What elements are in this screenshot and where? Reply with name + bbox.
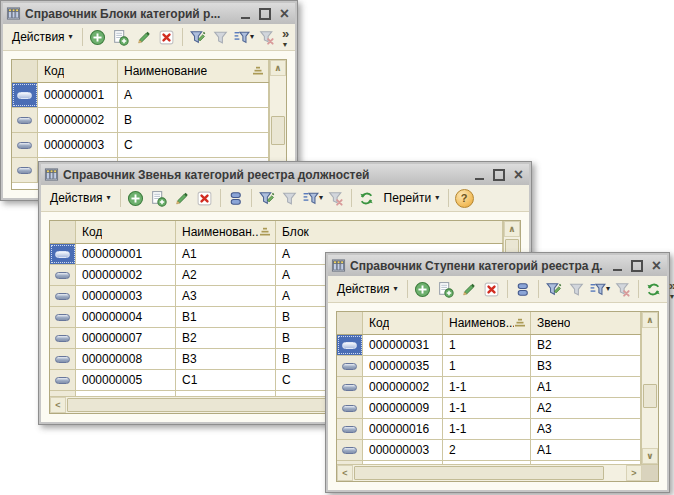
actions-menu-button[interactable]: Действия ▾	[45, 187, 116, 209]
refresh-button[interactable]	[643, 278, 665, 300]
toolbar-separator	[120, 189, 121, 207]
table-row[interactable]: 000000003C	[12, 133, 269, 158]
goto-menu-button[interactable]: Перейти ▾	[379, 187, 445, 209]
vertical-scrollbar[interactable]: ∧ ∨	[641, 312, 658, 464]
column-header[interactable]: Код	[76, 221, 176, 243]
chevron-down-icon: ▾	[107, 194, 111, 202]
sort-indicator-icon	[514, 318, 528, 328]
filter-history-button[interactable]: ▾	[589, 278, 611, 300]
table-row[interactable]: 0000000311B2	[337, 335, 641, 356]
table-row[interactable]: 0000000021-1A1	[337, 377, 641, 398]
item-marker-icon	[55, 314, 70, 321]
copy-button[interactable]	[110, 26, 132, 48]
actions-menu-button[interactable]: Действия ▾	[7, 26, 78, 48]
scrollbar-thumb[interactable]	[643, 384, 657, 408]
actions-label: Действия	[50, 191, 103, 205]
chevron-down-icon: ▾	[394, 285, 398, 293]
toolbar-overflow-button[interactable]: » ▼	[279, 26, 292, 49]
delete-mark-icon	[483, 281, 500, 298]
toolbar-overflow-button[interactable]: » ▼	[666, 278, 674, 301]
overflow-more-icon: ▼	[282, 41, 289, 48]
close-button[interactable]: ×	[652, 261, 661, 271]
table-row[interactable]: 0000000032A1	[337, 440, 641, 461]
edit-button[interactable]	[171, 187, 193, 209]
row-marker-cell	[12, 108, 38, 132]
cell: 1-1	[443, 398, 531, 418]
column-header[interactable]: Код	[38, 60, 118, 82]
item-marker-icon	[17, 167, 32, 174]
scrollbar-thumb[interactable]	[271, 116, 285, 145]
scrollbar-thumb[interactable]	[354, 466, 604, 480]
add-button[interactable]	[125, 187, 147, 209]
column-header[interactable]: Блок	[276, 221, 503, 243]
table-row[interactable]: 000000002B	[12, 108, 269, 133]
table-row[interactable]: 000000001A	[12, 83, 269, 108]
add-button[interactable]	[87, 26, 109, 48]
cell: 000000001	[38, 83, 118, 107]
scroll-up-arrow[interactable]: ∧	[270, 60, 286, 76]
scroll-right-arrow[interactable]: >	[626, 465, 642, 481]
chevron-down-icon: ▾	[435, 194, 439, 202]
row-marker-cell	[50, 265, 76, 285]
cell: 000000005	[76, 370, 176, 390]
copy-button[interactable]	[148, 187, 170, 209]
delete-button[interactable]	[481, 278, 503, 300]
clear-filter-button	[256, 26, 278, 48]
cell: A1	[531, 377, 641, 397]
edit-button[interactable]	[458, 278, 480, 300]
close-button[interactable]: ×	[514, 170, 523, 180]
table-row[interactable]: 0000000091-1A2	[337, 398, 641, 419]
hierarchy-view-button[interactable]	[512, 278, 534, 300]
minimize-button[interactable]	[613, 260, 622, 271]
minimize-button[interactable]	[241, 8, 250, 19]
edit-button[interactable]	[133, 26, 155, 48]
chevron-down-icon: ▾	[606, 285, 610, 293]
delete-button[interactable]	[156, 26, 178, 48]
maximize-button[interactable]	[259, 8, 271, 20]
item-marker-icon	[55, 377, 70, 384]
minimize-button[interactable]	[475, 169, 484, 180]
titlebar[interactable]: Справочник Ступени категорий реестра д..…	[328, 255, 667, 276]
scroll-up-arrow[interactable]: ∧	[642, 312, 658, 328]
filter-settings-button[interactable]	[543, 278, 565, 300]
maximize-button[interactable]	[631, 260, 643, 272]
hierarchy-icon	[514, 281, 531, 298]
maximize-button[interactable]	[493, 169, 505, 181]
filter-settings-button[interactable]	[187, 26, 209, 48]
column-header[interactable]: Звено	[531, 312, 641, 334]
table-row[interactable]: 0000000161-1A3	[337, 419, 641, 440]
column-header[interactable]: Наименов...	[443, 312, 531, 334]
scroll-left-arrow[interactable]: <	[50, 397, 66, 413]
cell: 1-1	[443, 419, 531, 439]
filter-settings-button[interactable]	[256, 187, 278, 209]
table-row[interactable]: 0000000351B3	[337, 356, 641, 377]
scroll-down-arrow[interactable]: ∨	[642, 448, 658, 464]
refresh-button[interactable]	[356, 187, 378, 209]
window-directory-steps[interactable]: Справочник Ступени категорий реестра д..…	[325, 252, 670, 493]
item-marker-icon	[17, 117, 32, 124]
help-button[interactable]: ?	[453, 187, 475, 209]
row-marker-cell	[50, 244, 76, 264]
titlebar[interactable]: Справочник Звенья категорий реестра долж…	[41, 164, 529, 185]
actions-menu-button[interactable]: Действия ▾	[332, 278, 403, 300]
column-header[interactable]: Наименован...	[176, 221, 276, 243]
list-table: КодНаименов...Звено0000000311B2000000035…	[336, 311, 659, 482]
close-button[interactable]: ×	[280, 9, 289, 19]
column-header[interactable]: Наименование	[118, 60, 269, 82]
titlebar[interactable]: Справочник Блоки категорий р... ×	[3, 3, 295, 24]
delete-button[interactable]	[194, 187, 216, 209]
horizontal-scrollbar[interactable]: < >	[337, 464, 658, 481]
scroll-left-arrow[interactable]: <	[337, 465, 353, 481]
copy-button[interactable]	[435, 278, 457, 300]
filter-history-button[interactable]: ▾	[233, 26, 255, 48]
clear-filter-button	[325, 187, 347, 209]
hierarchy-view-button[interactable]	[225, 187, 247, 209]
add-button[interactable]	[412, 278, 434, 300]
row-marker-cell	[12, 83, 38, 107]
column-header[interactable]: Код	[363, 312, 443, 334]
pencil-icon	[135, 29, 152, 46]
filter-history-button[interactable]: ▾	[302, 187, 324, 209]
cell: 000000031	[363, 335, 443, 355]
scroll-up-arrow[interactable]: ∧	[504, 221, 520, 237]
row-marker-cell	[337, 440, 363, 460]
